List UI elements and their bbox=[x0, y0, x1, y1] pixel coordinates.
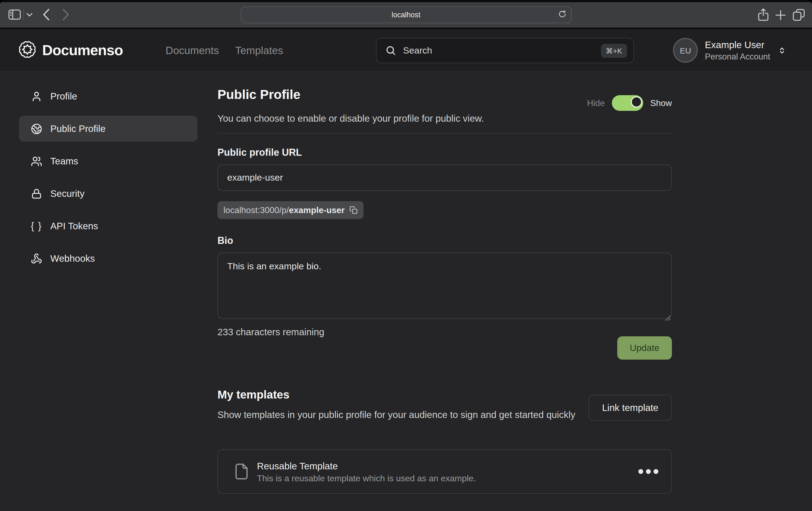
avatar: EU bbox=[673, 38, 698, 63]
search-shortcut-badge: ⌘+K bbox=[601, 43, 627, 58]
lock-icon bbox=[31, 188, 42, 199]
profile-url-preview-text: localhost:3000/p/example-user bbox=[224, 205, 345, 215]
account-text: Example User Personal Account bbox=[705, 39, 770, 62]
address-bar-url: localhost bbox=[392, 11, 420, 19]
template-title: Reusable Template bbox=[257, 459, 476, 472]
back-icon[interactable] bbox=[43, 9, 50, 21]
sidebar-item-profile[interactable]: Profile bbox=[19, 83, 198, 109]
template-description: This is a reusable template which is use… bbox=[257, 472, 476, 484]
account-type: Personal Account bbox=[705, 51, 770, 62]
sidebar-item-label: Teams bbox=[50, 155, 78, 167]
braces-icon: { } bbox=[31, 220, 42, 232]
share-icon[interactable] bbox=[757, 8, 769, 22]
avatar-initials: EU bbox=[680, 46, 691, 55]
sidebar-item-api-tokens[interactable]: { } API Tokens bbox=[19, 213, 198, 239]
settings-sidebar: Profile Public Profile Teams Security { … bbox=[19, 83, 198, 278]
brand-name: Documenso bbox=[42, 42, 123, 59]
copy-icon[interactable] bbox=[349, 206, 357, 214]
characters-remaining: 233 characters remaining bbox=[218, 327, 672, 338]
section-divider bbox=[218, 133, 672, 133]
toggle-hide-label: Hide bbox=[587, 98, 605, 108]
sidebar-item-teams[interactable]: Teams bbox=[19, 148, 198, 174]
documenso-logo-icon bbox=[19, 41, 36, 60]
user-icon bbox=[31, 91, 42, 102]
reload-icon[interactable] bbox=[558, 10, 566, 20]
chevron-down-icon[interactable] bbox=[27, 13, 32, 17]
sidebar-item-public-profile[interactable]: Public Profile bbox=[19, 116, 198, 142]
webhook-icon bbox=[31, 253, 42, 264]
template-options-button[interactable] bbox=[638, 469, 658, 474]
profile-visibility-toggle-row: Hide Show bbox=[587, 95, 672, 111]
sidebar-item-label: Webhooks bbox=[50, 253, 95, 264]
new-tab-icon[interactable] bbox=[775, 10, 786, 21]
toggle-show-label: Show bbox=[650, 98, 672, 108]
brand[interactable]: Documenso bbox=[19, 29, 123, 71]
search-icon bbox=[386, 46, 396, 56]
users-icon bbox=[31, 155, 42, 167]
profile-url-input[interactable] bbox=[218, 164, 672, 191]
section-description: You can choose to enable or disable your… bbox=[218, 113, 672, 124]
update-button[interactable]: Update bbox=[617, 336, 672, 360]
textarea-resize-handle[interactable] bbox=[665, 313, 671, 323]
bio-textarea[interactable]: This is an example bio. bbox=[218, 252, 672, 319]
bio-field-label: Bio bbox=[218, 235, 672, 247]
nav-documents[interactable]: Documents bbox=[166, 44, 219, 57]
url-slug: example-user bbox=[289, 205, 345, 214]
sidebar-item-webhooks[interactable]: Webhooks bbox=[19, 245, 198, 271]
url-prefix: localhost:3000/p/ bbox=[224, 205, 289, 214]
browser-window: localhost bbox=[0, 0, 812, 511]
browser-toolbar: localhost bbox=[0, 2, 812, 28]
profile-visibility-switch[interactable] bbox=[612, 95, 643, 111]
search-placeholder: Search bbox=[403, 45, 601, 56]
tab-overview-icon[interactable] bbox=[792, 9, 805, 21]
chevrons-up-down-icon bbox=[777, 46, 786, 55]
sidebar-item-label: Profile bbox=[50, 91, 77, 102]
toolbar-divider bbox=[23, 10, 24, 20]
globe-icon bbox=[31, 123, 42, 134]
sidebar-item-label: API Tokens bbox=[50, 220, 98, 232]
sidebar-toggle-icon[interactable] bbox=[8, 9, 21, 20]
browser-chrome: localhost bbox=[0, 0, 812, 29]
my-templates-description: Show templates in your public profile fo… bbox=[218, 408, 596, 422]
sidebar-item-label: Public Profile bbox=[50, 123, 106, 134]
template-card: Reusable Template This is a reusable tem… bbox=[218, 449, 672, 494]
link-template-button[interactable]: Link template bbox=[588, 395, 672, 421]
forward-icon[interactable] bbox=[62, 9, 69, 21]
switch-knob bbox=[631, 96, 642, 108]
template-card-text: Reusable Template This is a reusable tem… bbox=[257, 459, 476, 484]
account-menu[interactable]: EU Example User Personal Account bbox=[673, 29, 786, 71]
main-nav: Documents Templates bbox=[166, 29, 283, 71]
public-profile-settings: Public Profile Hide Show You can choose … bbox=[218, 72, 672, 511]
nav-templates[interactable]: Templates bbox=[235, 44, 283, 57]
sidebar-item-label: Security bbox=[50, 188, 84, 199]
url-field-label: Public profile URL bbox=[218, 147, 672, 158]
sidebar-item-security[interactable]: Security bbox=[19, 181, 198, 207]
address-bar[interactable]: localhost bbox=[240, 6, 572, 23]
profile-url-preview[interactable]: localhost:3000/p/example-user bbox=[218, 201, 364, 219]
app-header: Documenso Documents Templates Search ⌘+K… bbox=[0, 29, 812, 72]
account-name: Example User bbox=[705, 39, 770, 51]
file-icon bbox=[234, 463, 249, 480]
search-input[interactable]: Search ⌘+K bbox=[376, 38, 634, 63]
